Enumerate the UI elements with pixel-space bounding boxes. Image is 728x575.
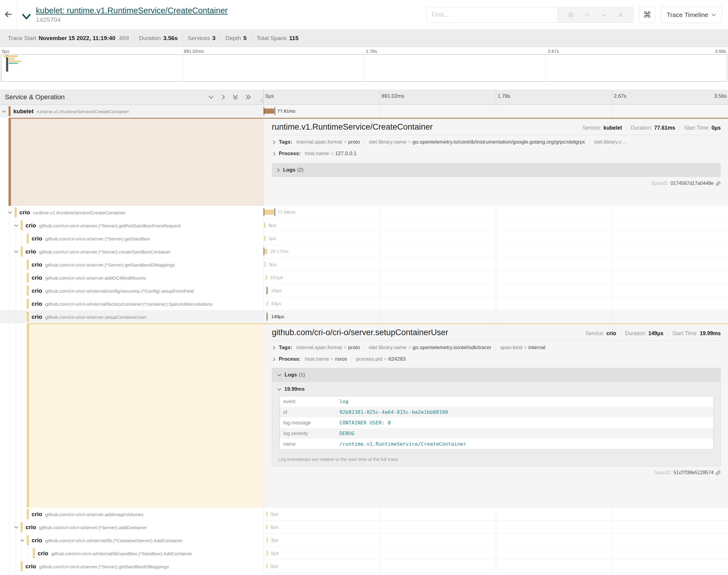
deep-link-icon[interactable] xyxy=(716,181,721,186)
span-name[interactable]: criogithub.com/cri-o/cri-o/internal/lib.… xyxy=(32,537,183,544)
span-duration-bar[interactable] xyxy=(266,275,267,280)
span-children-toggle[interactable] xyxy=(20,539,25,542)
span-duration-bar[interactable] xyxy=(266,512,268,517)
span-row[interactable]: criogithub.com/cri-o/cri-o/server.(*Serv… xyxy=(0,258,728,271)
span-row[interactable]: criogithub.com/cri-o/cri-o/server.(*Serv… xyxy=(0,560,728,573)
span-duration-bar[interactable] xyxy=(267,538,268,543)
span-timeline-cell[interactable]: 6μs xyxy=(264,521,728,534)
logs-accordion[interactable]: Logs(1) xyxy=(272,368,720,382)
span-detail-panel: runtime.v1.RuntimeService/CreateContaine… xyxy=(264,118,728,206)
trace-view-dropdown[interactable]: Trace Timeline xyxy=(661,7,722,23)
trace-title-link[interactable]: kubelet: runtime.v1.RuntimeService/Creat… xyxy=(36,6,228,15)
span-name[interactable]: crioruntime.v1.RuntimeService/CreateCont… xyxy=(20,209,126,216)
span-duration-bar[interactable] xyxy=(264,223,265,228)
expand-one-level-button[interactable] xyxy=(208,95,214,100)
span-name[interactable]: criogithub.com/cri-o/cri-o/server.addOCI… xyxy=(32,274,146,281)
span-duration-bar[interactable] xyxy=(264,236,265,241)
prev-match-icon[interactable] xyxy=(584,11,591,19)
span-row[interactable]: kubeletruntime.v1.RuntimeService/CreateC… xyxy=(0,105,728,118)
span-timeline-cell[interactable]: 20.17ms xyxy=(264,245,728,258)
span-name[interactable]: kubeletruntime.v1.RuntimeService/CreateC… xyxy=(13,108,129,115)
minimap-left-scrubber[interactable] xyxy=(6,55,8,72)
span-timeline-cell[interactable]: 77.08ms xyxy=(264,206,728,219)
span-timeline-cell[interactable]: 43μs xyxy=(264,297,728,310)
span-duration-bar[interactable] xyxy=(264,109,274,114)
span-duration-bar[interactable] xyxy=(267,551,268,556)
column-resizer-handle[interactable]: ‖ xyxy=(261,98,263,103)
span-children-toggle[interactable] xyxy=(2,110,6,113)
span-row[interactable]: criogithub.com/cri-o/cri-o/internal/fact… xyxy=(0,297,728,310)
collapse-one-level-button[interactable] xyxy=(221,94,226,100)
minimap-canvas[interactable] xyxy=(1,54,727,82)
span-name[interactable]: criogithub.com/cri-o/cri-o/server.(*Serv… xyxy=(26,222,181,229)
span-name[interactable]: criogithub.com/cri-o/cri-o/server.(*Serv… xyxy=(26,563,169,570)
span-children-toggle[interactable] xyxy=(8,211,12,214)
span-row[interactable]: criogithub.com/cri-o/cri-o/server.(*Serv… xyxy=(0,521,728,534)
span-name[interactable]: criogithub.com/cri-o/cri-o/server.(*Serv… xyxy=(26,524,147,531)
find-input[interactable] xyxy=(427,7,557,23)
span-timeline-cell[interactable]: 149μs xyxy=(264,310,728,323)
span-row[interactable]: criogithub.com/cri-o/cri-o/server.addIma… xyxy=(0,508,728,521)
span-duration-bar[interactable] xyxy=(267,301,268,306)
span-duration-bar[interactable] xyxy=(266,564,268,569)
span-timeline-cell[interactable]: 8μs xyxy=(264,219,728,232)
kv-key: host.name xyxy=(305,150,329,156)
span-timeline-cell[interactable]: 0μs xyxy=(264,547,728,560)
span-timeline-cell[interactable]: 77.61ms xyxy=(264,105,728,118)
deep-link-icon[interactable] xyxy=(716,470,721,475)
span-timeline-cell[interactable]: 0μs xyxy=(264,560,728,573)
span-row[interactable]: crioruntime.v1.RuntimeService/CreateCont… xyxy=(0,206,728,219)
span-duration-bar[interactable] xyxy=(265,249,267,254)
collapse-trace-header-button[interactable] xyxy=(17,8,36,22)
span-name[interactable]: criogithub.com/cri-o/cri-o/server.addIma… xyxy=(32,511,144,518)
span-row[interactable]: criogithub.com/cri-o/cri-o/internal/lib.… xyxy=(0,534,728,547)
span-row[interactable]: criogithub.com/cri-o/cri-o/server.(*Serv… xyxy=(0,232,728,245)
back-button[interactable] xyxy=(0,0,17,30)
span-row[interactable]: criogithub.com/cri-o/cri-o/server.setupC… xyxy=(0,310,728,323)
span-name[interactable]: criogithub.com/cri-o/cri-o/server.(*Serv… xyxy=(32,261,175,268)
span-duration-bar[interactable] xyxy=(267,314,268,319)
span-timeline-cell[interactable]: 151μs xyxy=(264,271,728,284)
service-color-bar xyxy=(27,273,29,283)
span-children-toggle[interactable] xyxy=(14,250,19,253)
span-duration-bar[interactable] xyxy=(267,288,268,293)
span-duration-bar[interactable] xyxy=(265,262,266,267)
tags-accordion[interactable]: Tags:internal.span.format=protootel.libr… xyxy=(272,136,721,148)
span-children-toggle[interactable] xyxy=(14,224,19,227)
expand-all-button[interactable] xyxy=(232,94,238,100)
span-duration-bar[interactable] xyxy=(266,525,268,530)
tags-accordion[interactable]: Tags:internal.span.format=protootel.libr… xyxy=(272,342,721,353)
span-row[interactable]: criogithub.com/cri-o/cri-o/server.(*Serv… xyxy=(0,219,728,232)
span-timeline-cell[interactable]: 24μs xyxy=(264,284,728,297)
span-row[interactable]: criogithub.com/cri-o/cri-o/server.addOCI… xyxy=(0,271,728,284)
span-row[interactable]: criogithub.com/cri-o/cri-o/internal/lib/… xyxy=(0,547,728,560)
span-timeline-cell[interactable]: 0μs xyxy=(264,258,728,271)
keyboard-shortcuts-button[interactable]: ⌘ xyxy=(639,7,655,23)
process-values: host.name=nixosprocess.pid=624283 xyxy=(305,356,406,362)
process-accordion[interactable]: Process:host.name=127.0.0.1 xyxy=(272,148,721,159)
kv-value: nixos xyxy=(335,356,347,362)
kv-separator xyxy=(364,139,364,145)
collapse-all-button[interactable] xyxy=(245,94,251,100)
span-duration-bar[interactable] xyxy=(264,210,274,215)
log-entry-accordion[interactable]: 19.99ms xyxy=(276,386,715,392)
process-accordion[interactable]: Process:host.name=nixosprocess.pid=62428… xyxy=(272,353,721,365)
span-timeline-cell[interactable]: 0μs xyxy=(264,508,728,521)
process-values: host.name=127.0.0.1 xyxy=(305,150,357,157)
logs-accordion[interactable]: Logs(2) xyxy=(272,163,721,177)
span-row-left: criogithub.com/cri-o/cri-o/server.(*Serv… xyxy=(0,258,264,271)
span-name[interactable]: criogithub.com/cri-o/cri-o/server.setupC… xyxy=(32,314,146,320)
span-row[interactable]: criogithub.com/cri-o/cri-o/internal/conf… xyxy=(0,284,728,297)
span-children-toggle[interactable] xyxy=(14,526,19,529)
span-name[interactable]: criogithub.com/cri-o/cri-o/server.(*Serv… xyxy=(32,235,150,242)
clear-search-icon[interactable] xyxy=(617,11,624,18)
span-timeline-cell[interactable]: 1μs xyxy=(264,232,728,245)
span-name[interactable]: criogithub.com/cri-o/cri-o/internal/conf… xyxy=(32,288,194,294)
span-timeline-cell[interactable]: 3μs xyxy=(264,534,728,547)
span-name[interactable]: criogithub.com/cri-o/cri-o/internal/lib/… xyxy=(38,550,192,557)
span-name[interactable]: criogithub.com/cri-o/cri-o/server.(*Serv… xyxy=(26,248,171,255)
span-name[interactable]: criogithub.com/cri-o/cri-o/internal/fact… xyxy=(32,301,212,307)
span-row[interactable]: criogithub.com/cri-o/cri-o/server.(*Serv… xyxy=(0,245,728,258)
focus-match-icon[interactable] xyxy=(567,11,574,19)
next-match-icon[interactable] xyxy=(600,11,608,19)
